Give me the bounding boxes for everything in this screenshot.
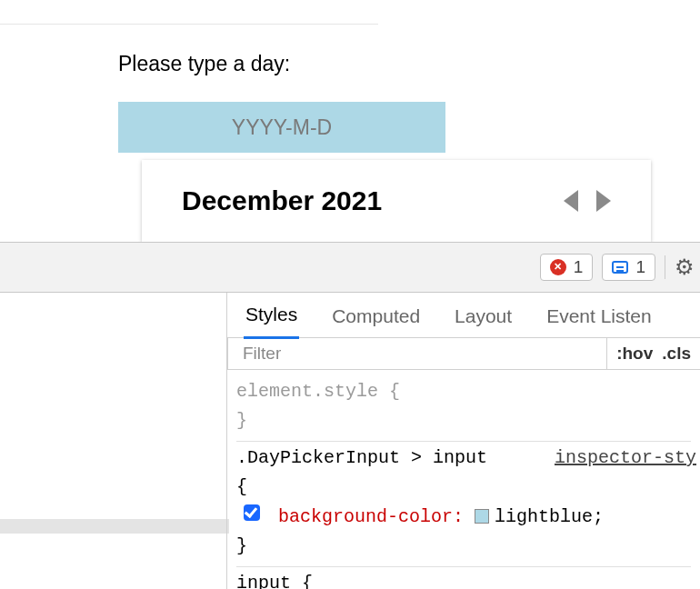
date-input[interactable]: YYYY-M-D	[118, 102, 445, 153]
rule-input[interactable]: input {	[236, 567, 691, 589]
toolbar-divider	[665, 255, 665, 279]
gear-icon[interactable]: ⚙	[675, 255, 695, 280]
color-swatch-icon[interactable]	[475, 509, 489, 524]
rule-daypicker-input[interactable]: .DayPickerInput > input inspector-sty { …	[236, 442, 691, 567]
tab-computed[interactable]: Computed	[330, 296, 422, 338]
selector: input	[236, 573, 291, 589]
error-count: 1	[574, 257, 584, 277]
divider	[0, 24, 378, 25]
cls-toggle[interactable]: .cls	[662, 344, 691, 364]
next-month-icon[interactable]	[596, 190, 611, 212]
console-errors-button[interactable]: 1	[540, 254, 594, 281]
prompt-label: Please type a day:	[118, 52, 700, 76]
css-property-name[interactable]: background-color	[278, 506, 453, 527]
rule-element-style[interactable]: element.style { }	[236, 375, 691, 442]
tab-layout[interactable]: Layout	[453, 296, 514, 338]
message-count: 1	[635, 257, 645, 277]
tab-event-listeners[interactable]: Event Listen	[545, 296, 654, 338]
picker-month-title: December 2021	[182, 185, 382, 216]
style-rules: element.style { } .DayPickerInput > inpu…	[227, 370, 700, 589]
selector: element.style	[236, 381, 378, 402]
hov-toggle[interactable]: :hov	[616, 344, 653, 364]
error-icon	[550, 259, 566, 275]
console-messages-button[interactable]: 1	[602, 254, 655, 281]
tab-styles[interactable]: Styles	[244, 294, 299, 339]
selector: .DayPickerInput > input	[236, 447, 487, 468]
date-picker-popup: December 2021	[142, 160, 651, 242]
prev-month-icon[interactable]	[564, 190, 578, 212]
styles-tabbar: Styles Computed Layout Event Listen	[227, 293, 700, 338]
elements-tree-pane[interactable]	[0, 293, 227, 589]
css-property-value[interactable]: lightblue	[495, 506, 593, 527]
devtools-panel: 1 1 ⚙ Styles Computed Layout Event Liste…	[0, 242, 700, 589]
styles-filter-input[interactable]	[235, 344, 606, 364]
devtools-toolbar: 1 1 ⚙	[0, 242, 700, 293]
property-enable-checkbox[interactable]	[244, 504, 260, 521]
message-icon	[612, 261, 628, 274]
rule-source-link[interactable]: inspector-sty	[555, 444, 696, 473]
